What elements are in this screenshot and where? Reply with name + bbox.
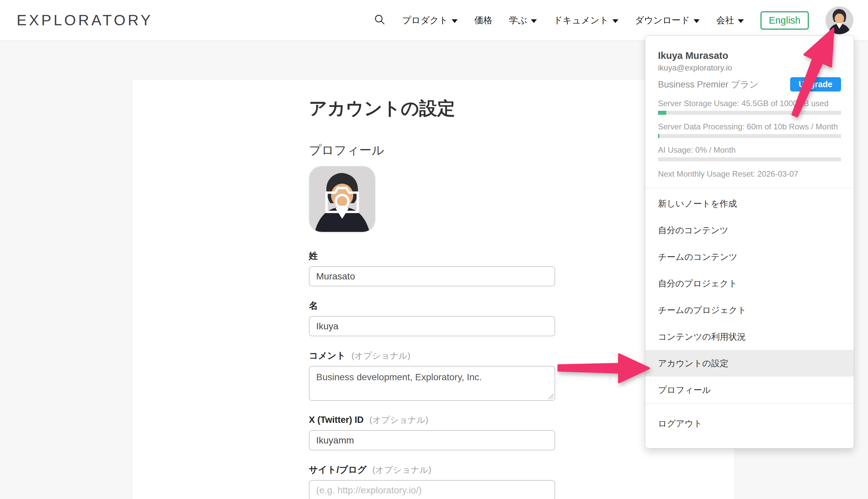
usage-reset-label: Next Monthly Usage Reset: 2026-03-07: [658, 169, 841, 179]
account-settings-card: アカウントの設定 プロフィール 姓: [133, 80, 734, 499]
field-label: 名: [309, 301, 318, 311]
field-label: X (Twitter) ID: [309, 415, 364, 425]
field-comment: コメント (オプショナル) Business development, Expl…: [309, 350, 555, 401]
nav-item-download[interactable]: ダウンロード: [635, 14, 700, 26]
chevron-down-icon: [612, 19, 618, 23]
field-last-name: 姓: [309, 250, 555, 287]
nav-item-learn[interactable]: 学ぶ: [509, 14, 537, 26]
language-toggle-button[interactable]: English: [760, 11, 809, 29]
dropdown-account-summary: Ikuya Murasato ikuya@exploratory.io Busi…: [645, 36, 854, 188]
user-name: Ikuya Murasato: [658, 50, 841, 61]
nav-item-company[interactable]: 会社: [716, 14, 744, 26]
data-processing-usage-bar: [658, 134, 841, 138]
optional-hint: (オプショナル): [372, 465, 431, 475]
chevron-down-icon: [451, 19, 458, 23]
page-title: アカウントの設定: [309, 96, 555, 121]
user-email: ikuya@exploratory.io: [658, 63, 841, 73]
menu-item-new-note[interactable]: 新しいノートを作成: [645, 190, 854, 217]
optional-hint: (オプショナル): [351, 351, 410, 361]
profile-photo-upload[interactable]: [309, 166, 375, 232]
user-avatar[interactable]: [825, 6, 853, 34]
data-processing-usage-label: Server Data Processing: 60m of 10b Rows …: [658, 122, 841, 131]
storage-usage-label: Server Storage Usage: 45.5GB of 1000GB u…: [658, 99, 841, 108]
menu-item-logout[interactable]: ログアウト: [645, 410, 854, 437]
first-name-input[interactable]: [309, 316, 555, 336]
nav-item-docs[interactable]: ドキュメント: [554, 14, 618, 26]
optional-hint: (オプショナル): [370, 415, 428, 425]
field-label: コメント: [309, 351, 346, 361]
menu-item-my-projects[interactable]: 自分のプロジェクト: [645, 270, 854, 297]
field-twitter-id: X (Twitter) ID (オプショナル): [309, 414, 555, 450]
nav-menu: プロダクト 価格 学ぶ ドキュメント ダウンロード 会社 English: [374, 6, 853, 34]
search-button[interactable]: [374, 14, 385, 27]
menu-item-team-projects[interactable]: チームのプロジェクト: [645, 297, 854, 323]
ai-usage-bar: [658, 157, 841, 161]
menu-item-account-settings[interactable]: アカウントの設定: [645, 350, 854, 377]
last-name-input[interactable]: [309, 266, 555, 287]
chevron-down-icon: [531, 19, 537, 23]
user-dropdown-panel: Ikuya Murasato ikuya@exploratory.io Busi…: [645, 35, 854, 448]
brand-logo: EXPLORATORY: [17, 12, 153, 29]
upgrade-button[interactable]: Upgrade: [790, 77, 841, 92]
field-website: サイト/ブログ (オプショナル): [309, 464, 555, 499]
resize-grip-icon[interactable]: [548, 394, 554, 399]
chevron-down-icon: [738, 19, 744, 23]
twitter-id-input[interactable]: [309, 430, 555, 450]
plan-label: Business Premier プラン: [658, 78, 759, 90]
menu-item-content-usage[interactable]: コンテンツの利用状況: [645, 323, 854, 350]
menu-item-team-content[interactable]: チームのコンテンツ: [645, 244, 854, 270]
search-icon: [374, 14, 385, 27]
menu-item-my-content[interactable]: 自分のコンテンツ: [645, 217, 854, 244]
nav-item-pricing[interactable]: 価格: [474, 14, 492, 26]
storage-usage-bar: [658, 111, 841, 115]
field-label: サイト/ブログ: [309, 465, 366, 475]
website-input[interactable]: [309, 480, 555, 499]
nav-item-products[interactable]: プロダクト: [402, 14, 458, 26]
field-label: 姓: [309, 251, 318, 261]
field-first-name: 名: [309, 300, 555, 336]
profile-section-title: プロフィール: [309, 142, 555, 159]
dropdown-menu: 新しいノートを作成 自分のコンテンツ チームのコンテンツ 自分のプロジェクト チ…: [645, 188, 854, 403]
menu-item-profile[interactable]: プロフィール: [645, 377, 854, 403]
comment-textarea[interactable]: Business development, Exploratory, Inc.: [309, 366, 555, 401]
chevron-down-icon: [694, 19, 700, 23]
ai-usage-label: AI Usage: 0% / Month: [658, 145, 841, 155]
